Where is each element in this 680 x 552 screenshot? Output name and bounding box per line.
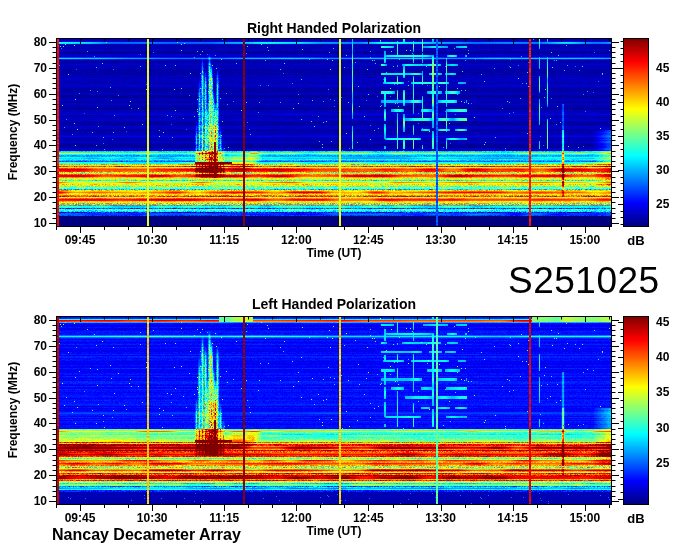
colorbar-tick-label: 40 (656, 95, 669, 109)
y-tick-label: 30 (34, 164, 47, 178)
spectrogram-figure: Right Handed Polarization Left Handed Po… (0, 0, 680, 552)
y-tick-label: 20 (34, 468, 47, 482)
instrument-name: Nancay Decameter Array (52, 526, 241, 544)
colorbar-label-top: dB (627, 233, 644, 248)
y-tick-label: 20 (34, 190, 47, 204)
colorbar-tick-label: 45 (656, 315, 669, 329)
x-tick-label: 09:45 (65, 233, 96, 247)
x-tick-label: 14:15 (497, 233, 528, 247)
y-tick-label: 10 (34, 216, 47, 230)
colorbar-tick-label: 30 (656, 163, 669, 177)
x-tick-label: 09:45 (65, 511, 96, 525)
x-tick-label: 12:00 (281, 511, 312, 525)
y-tick-label: 40 (34, 138, 47, 152)
x-tick-label: 10:30 (137, 511, 168, 525)
y-tick-label: 60 (34, 365, 47, 379)
colorbar-tick-label: 40 (656, 350, 669, 364)
x-tick-label: 12:45 (353, 233, 384, 247)
y-tick-label: 60 (34, 87, 47, 101)
x-tick-label: 11:15 (209, 233, 239, 247)
y-tick-label: 30 (34, 442, 47, 456)
colorbar-label-bottom: dB (627, 511, 644, 526)
colorbar-tick-label: 45 (656, 61, 669, 75)
y-tick-label: 80 (34, 35, 47, 49)
y-tick-label: 40 (34, 416, 47, 430)
colorbar-tick-label: 25 (656, 197, 669, 211)
colorbar-tick-label: 35 (656, 129, 669, 143)
x-tick-label: 13:30 (425, 233, 456, 247)
x-tick-label: 11:15 (209, 511, 239, 525)
event-id: S251025 (508, 260, 660, 302)
y-tick-label: 70 (34, 61, 47, 75)
panel-title-left-handed: Left Handed Polarization (252, 296, 416, 312)
x-tick-label: 12:00 (281, 233, 312, 247)
y-axis-label-top: Frequency (MHz) (6, 84, 20, 181)
x-axis-label-top: Time (UT) (306, 246, 361, 260)
colorbar-tick-label: 30 (656, 421, 669, 435)
y-axis-label-bottom: Frequency (MHz) (6, 362, 20, 459)
x-tick-label: 15:00 (569, 511, 600, 525)
y-tick-label: 80 (34, 313, 47, 327)
x-tick-label: 12:45 (353, 511, 384, 525)
panel-title-right-handed: Right Handed Polarization (247, 20, 421, 36)
x-axis-label-bottom: Time (UT) (306, 524, 361, 538)
colorbar-tick-label: 35 (656, 385, 669, 399)
x-tick-label: 15:00 (569, 233, 600, 247)
y-tick-label: 70 (34, 339, 47, 353)
y-tick-label: 50 (34, 391, 47, 405)
x-tick-label: 13:30 (425, 511, 456, 525)
y-tick-label: 10 (34, 494, 47, 508)
y-tick-label: 50 (34, 113, 47, 127)
x-tick-label: 14:15 (497, 511, 528, 525)
colorbar-tick-label: 25 (656, 456, 669, 470)
x-tick-label: 10:30 (137, 233, 168, 247)
